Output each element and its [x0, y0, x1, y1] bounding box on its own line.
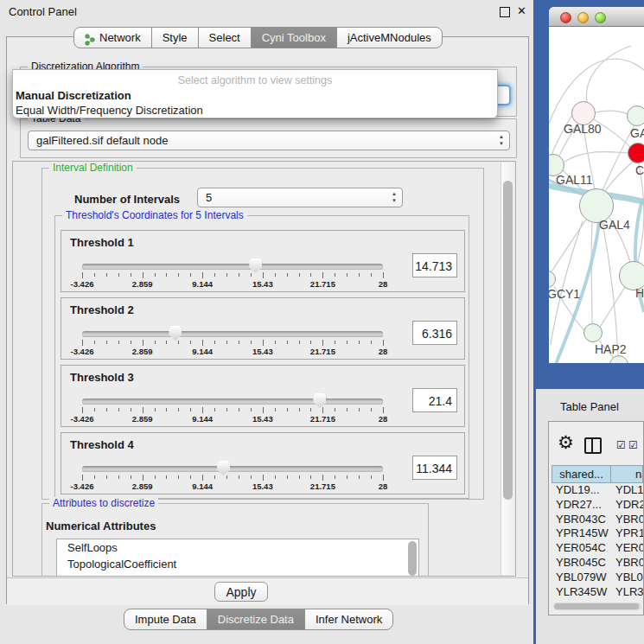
- table-row[interactable]: YLR345WYLR3: [552, 585, 643, 600]
- table-row[interactable]: YBR045CYBR0: [552, 556, 643, 571]
- threshold-value-field[interactable]: 14.713: [412, 253, 457, 277]
- tab-jactivemnodules-label: jActiveMNodules: [348, 28, 431, 48]
- table-data-group: Table Data galFiltered.sif default node …: [20, 118, 517, 158]
- threshold-value-field[interactable]: 21.4: [412, 388, 457, 412]
- numerical-attributes-list[interactable]: SelfLoops TopologicalCoefficient Between…: [56, 539, 419, 577]
- slider-thumb[interactable]: [169, 326, 182, 341]
- cell-name[interactable]: YDL1: [611, 483, 643, 498]
- slider-track[interactable]: [82, 264, 383, 270]
- select-checkbox-icon[interactable]: ☑: [616, 439, 626, 451]
- table-row[interactable]: YER054CYER0: [552, 541, 643, 556]
- dropdown-item-equal-width-frequency[interactable]: Equal Width/Frequency Discretization: [13, 103, 497, 118]
- network-node-label: HAP2: [595, 342, 627, 356]
- numerical-attributes-label: Numerical Attributes: [46, 520, 156, 532]
- threshold-value-field[interactable]: 6.316: [412, 321, 457, 345]
- table-row[interactable]: YBR043CYBR0: [552, 513, 643, 527]
- cell-shared-name[interactable]: YDR27...: [552, 498, 611, 513]
- network-node[interactable]: [628, 143, 644, 163]
- float-window-icon[interactable]: [500, 7, 510, 17]
- tab-infer-network[interactable]: Infer Network: [304, 609, 393, 630]
- slider-track[interactable]: [82, 331, 383, 337]
- cell-name[interactable]: YBR0: [611, 556, 643, 571]
- cell-shared-name[interactable]: YLR345W: [552, 585, 611, 600]
- panel-title: Control Panel: [9, 5, 77, 18]
- cell-name[interactable]: YDR2: [611, 498, 643, 513]
- tab-impute-data[interactable]: Impute Data: [124, 609, 207, 630]
- cell-name[interactable]: YLR3: [611, 585, 643, 600]
- table-row[interactable]: YDR27...YDR2: [552, 498, 643, 513]
- network-node[interactable]: [583, 323, 603, 342]
- cell-shared-name[interactable]: YDL19...: [552, 483, 611, 498]
- table-row[interactable]: YPR145WYPR1: [552, 526, 643, 541]
- slider-thumb[interactable]: [217, 461, 230, 475]
- number-of-intervals-spinner[interactable]: 5 ▲▼: [197, 188, 403, 207]
- table-horizontal-scrollbar[interactable]: [553, 603, 641, 610]
- cell-name[interactable]: YER0: [611, 541, 643, 556]
- slider-track[interactable]: [82, 399, 383, 405]
- network-node-label: GA: [630, 126, 644, 140]
- cell-name[interactable]: YBR0: [611, 513, 643, 527]
- interval-definition-group: Interval Definition Number of Intervals …: [41, 168, 484, 500]
- tab-style[interactable]: Style: [151, 27, 199, 48]
- scrollbar-thumb[interactable]: [554, 603, 639, 609]
- table-data-combobox-value: galFiltered.sif default node: [36, 134, 168, 147]
- columns-icon[interactable]: [584, 437, 602, 454]
- cell-name[interactable]: YPR1: [611, 526, 643, 541]
- threshold-value-field[interactable]: 11.344: [412, 456, 457, 480]
- table-row[interactable]: YDL19...YDL1: [552, 483, 643, 498]
- column-header-shared-name[interactable]: shared...: [552, 465, 611, 483]
- bottom-tab-bar: Impute Data Discretize Data Infer Networ…: [124, 609, 393, 630]
- cell-shared-name[interactable]: YBR045C: [552, 556, 611, 571]
- table-row[interactable]: YIL052CYIL0: [552, 599, 643, 602]
- mac-close-icon[interactable]: [560, 12, 571, 23]
- cell-name[interactable]: YBL0: [611, 571, 643, 585]
- list-item[interactable]: BetweennessCentrality: [57, 572, 418, 577]
- tab-select-label: Select: [209, 28, 240, 48]
- slider-tick-labels: -3.4262.8599.14415.4321.71528: [82, 279, 383, 290]
- list-item[interactable]: TopologicalCoefficient: [57, 556, 418, 572]
- cell-shared-name[interactable]: YBL079W: [552, 571, 611, 585]
- dropdown-item-manual-discretization[interactable]: Manual Discretization: [13, 88, 497, 103]
- tab-jactivemnodules[interactable]: jActiveMNodules: [336, 27, 443, 48]
- close-icon[interactable]: ✕: [517, 4, 526, 17]
- cell-shared-name[interactable]: YIL052C: [552, 599, 611, 602]
- mac-zoom-icon[interactable]: [595, 12, 606, 23]
- combo-spinner-icon: ▲▼: [499, 133, 504, 147]
- thresholds-group: Threshold's Coordinates for 5 Intervals …: [54, 215, 469, 499]
- slider-thumb[interactable]: [249, 258, 262, 273]
- table-row[interactable]: YBL079WYBL0: [552, 571, 643, 585]
- select-checkbox-icon[interactable]: ☑: [628, 439, 638, 451]
- cell-shared-name[interactable]: YPR145W: [552, 526, 611, 541]
- network-canvas[interactable]: GAL80GACGAL11GAL4HGCY1HAP2: [549, 27, 644, 363]
- slider-tick-labels: -3.4262.8599.14415.4321.71528: [82, 481, 383, 492]
- threshold-slider: Threshold 4 -3.4262.8599.14415.4321.7152…: [61, 432, 465, 494]
- cell-shared-name[interactable]: YER054C: [552, 541, 611, 556]
- tab-cyni-toolbox[interactable]: Cyni Toolbox: [251, 27, 337, 48]
- tab-impute-data-label: Impute Data: [135, 609, 196, 629]
- list-scrollbar[interactable]: [408, 541, 417, 576]
- slider-tick-labels: -3.4262.8599.14415.4321.71528: [82, 414, 383, 424]
- tab-discretize-data[interactable]: Discretize Data: [207, 609, 305, 630]
- list-item[interactable]: SelfLoops: [57, 539, 418, 556]
- apply-button[interactable]: Apply: [214, 582, 268, 602]
- settings-vertical-scrollbar[interactable]: [501, 163, 514, 575]
- cell-shared-name[interactable]: YBR043C: [552, 513, 611, 527]
- threshold-slider: Threshold 2 -3.4262.8599.14415.4321.7152…: [61, 297, 465, 360]
- scrollbar-thumb[interactable]: [503, 181, 513, 500]
- gear-icon[interactable]: ⚙: [558, 432, 574, 453]
- cell-name[interactable]: YIL0: [611, 599, 643, 602]
- slider-tick-labels: -3.4262.8599.14415.4321.71528: [82, 347, 383, 357]
- table-data-combobox[interactable]: galFiltered.sif default node ▲▼: [28, 131, 510, 150]
- slider-thumb[interactable]: [313, 393, 326, 408]
- column-header-name[interactable]: na: [610, 465, 643, 483]
- screen: Control Panel ✕ Network Style: [0, 0, 644, 644]
- control-panel-titlebar: Control Panel ✕: [0, 0, 533, 22]
- mac-minimize-icon[interactable]: [577, 12, 589, 23]
- tab-cyni-toolbox-label: Cyni Toolbox: [262, 28, 326, 48]
- tab-select[interactable]: Select: [198, 27, 252, 48]
- tab-network[interactable]: Network: [73, 27, 152, 48]
- slider-track[interactable]: [82, 466, 383, 472]
- tab-style-label: Style: [163, 28, 188, 48]
- network-view-window: GAL80GACGAL11GAL4HGCY1HAP2: [549, 7, 644, 363]
- network-node[interactable]: [627, 105, 644, 126]
